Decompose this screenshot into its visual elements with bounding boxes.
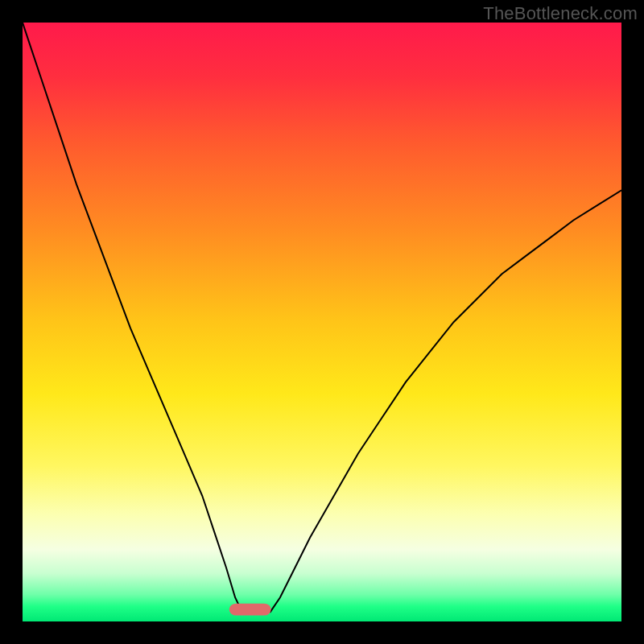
chart-frame: TheBottleneck.com: [0, 0, 644, 644]
watermark-text: TheBottleneck.com: [483, 3, 638, 24]
chart-svg: [23, 23, 621, 621]
chart-background: [23, 23, 621, 621]
plot-area: [23, 23, 621, 621]
bottleneck-marker: [229, 604, 271, 616]
